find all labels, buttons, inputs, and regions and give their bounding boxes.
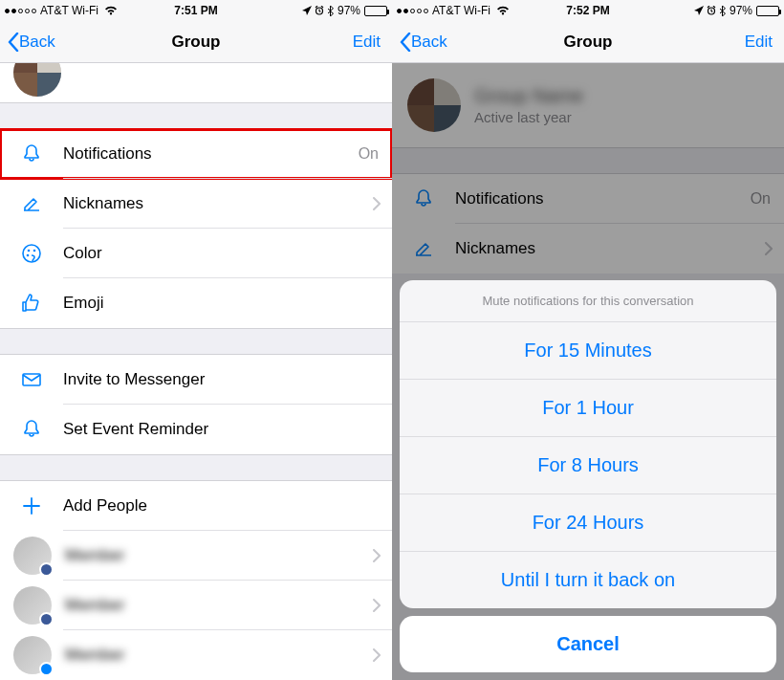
reminder-label: Set Event Reminder [63, 420, 392, 439]
mute-option-8hours[interactable]: For 8 Hours [400, 437, 776, 494]
bell-icon [17, 143, 46, 165]
invite-label: Invite to Messenger [63, 370, 392, 389]
nav-bar: Back Group Edit [392, 21, 784, 63]
sheet-title: Mute notifications for this conversation [400, 280, 776, 322]
notifications-label: Notifications [63, 144, 359, 164]
chevron-right-icon [373, 549, 381, 562]
svg-point-2 [28, 250, 31, 252]
nicknames-label: Nicknames [63, 194, 373, 213]
chevron-right-icon [373, 599, 381, 612]
mute-option-untiloff[interactable]: Until I turn it back on [400, 552, 776, 608]
avatar [13, 586, 52, 625]
nav-title: Group [0, 33, 392, 52]
action-sheet-overlay: Mute notifications for this conversation… [392, 63, 784, 680]
battery-icon [756, 6, 779, 16]
member-name: Member [65, 546, 373, 565]
svg-point-1 [23, 245, 40, 262]
chevron-right-icon [373, 197, 381, 210]
member-row[interactable]: Member [0, 630, 392, 680]
avatar [13, 636, 52, 674]
bell-icon [17, 418, 46, 441]
member-name: Member [65, 646, 373, 665]
mute-option-1hour[interactable]: For 1 Hour [400, 380, 776, 437]
status-time: 7:52 PM [392, 4, 784, 17]
emoji-label: Emoji [63, 294, 392, 313]
battery-icon [364, 6, 387, 16]
chevron-right-icon [373, 648, 381, 662]
emoji-row[interactable]: Emoji [0, 278, 392, 328]
envelope-icon [17, 368, 46, 391]
reminder-row[interactable]: Set Event Reminder [0, 405, 392, 454]
member-row[interactable]: Member [0, 531, 392, 581]
avatar [13, 537, 52, 575]
palette-icon [17, 242, 46, 265]
addpeople-row[interactable]: Add People [0, 481, 392, 531]
invite-row[interactable]: Invite to Messenger [0, 355, 392, 405]
color-row[interactable]: Color [0, 229, 392, 278]
addpeople-label: Add People [63, 496, 392, 515]
mute-option-15min[interactable]: For 15 Minutes [400, 322, 776, 380]
cancel-button[interactable]: Cancel [400, 616, 776, 672]
nav-title: Group [392, 33, 784, 52]
status-bar: AT&T Wi-Fi 7:51 PM 97% [0, 0, 392, 21]
right-screenshot: AT&T Wi-Fi 7:52 PM 97% Back Group Edit [392, 0, 784, 680]
svg-rect-5 [23, 374, 40, 385]
status-time: 7:51 PM [0, 4, 392, 17]
nav-bar: Back Group Edit [0, 21, 392, 63]
notifications-value: On [359, 145, 379, 163]
left-screenshot: AT&T Wi-Fi 7:51 PM 97% Back Group Edit [0, 0, 392, 680]
plus-icon [17, 495, 46, 516]
svg-point-4 [27, 254, 30, 257]
status-bar: AT&T Wi-Fi 7:52 PM 97% [392, 0, 784, 21]
notifications-row[interactable]: Notifications On [0, 129, 392, 179]
thumbsup-icon [17, 292, 46, 315]
color-label: Color [63, 244, 392, 263]
nicknames-row[interactable]: Nicknames [0, 179, 392, 229]
mute-option-24hours[interactable]: For 24 Hours [400, 494, 776, 552]
member-row[interactable]: Member [0, 581, 392, 630]
action-sheet: Mute notifications for this conversation… [400, 280, 776, 608]
svg-point-3 [33, 250, 36, 252]
pencil-icon [17, 193, 46, 214]
group-avatar [13, 63, 61, 97]
member-name: Member [65, 596, 373, 615]
